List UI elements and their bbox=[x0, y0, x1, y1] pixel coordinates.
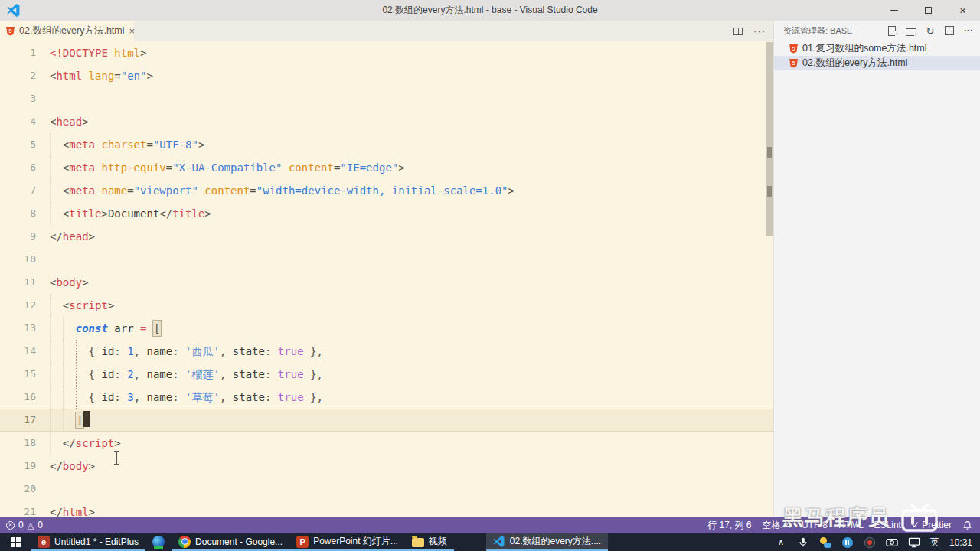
taskbar-powerpoint-button[interactable]: PPowerPoint 幻灯片... bbox=[289, 533, 405, 551]
token-var: arr bbox=[114, 322, 133, 334]
more-actions-icon[interactable] bbox=[963, 25, 974, 36]
token-pun: : bbox=[172, 368, 178, 380]
line-number[interactable]: 3 bbox=[0, 87, 41, 110]
status-indentation[interactable]: 空格: 4 bbox=[763, 519, 791, 532]
code-editor[interactable]: 1<!DOCTYPE html>2<html lang="en">34<head… bbox=[0, 41, 773, 517]
line-number[interactable]: 8 bbox=[0, 202, 41, 225]
token-pln bbox=[146, 322, 152, 334]
taskbar-vscode-button[interactable]: 02.数组的every方法.... bbox=[486, 533, 608, 551]
collapse-all-icon[interactable] bbox=[944, 25, 955, 36]
code-line[interactable]: 1<!DOCTYPE html> bbox=[0, 41, 773, 64]
code-line[interactable]: 5 <meta charset="UTF-8"> bbox=[0, 133, 773, 156]
errors-count[interactable]: 0 bbox=[18, 520, 24, 530]
indent-guide bbox=[63, 363, 64, 386]
code-line[interactable]: 2<html lang="en"> bbox=[0, 64, 773, 87]
status-cursor-position[interactable]: 行 17, 列 6 bbox=[707, 519, 751, 532]
tray-chevron-up-icon[interactable]: ∧ bbox=[775, 536, 787, 549]
line-number[interactable]: 5 bbox=[0, 133, 41, 156]
code-line[interactable]: 10 bbox=[0, 248, 773, 271]
tab-close-icon[interactable]: × bbox=[129, 25, 136, 37]
code-text: { id: 2, name: '榴莲', state: true }, bbox=[41, 363, 773, 386]
indent-guide bbox=[63, 409, 64, 432]
status-encoding[interactable]: UTF-8 bbox=[802, 520, 828, 530]
tray-microphone-icon[interactable] bbox=[797, 536, 809, 549]
tray-weather-icon[interactable] bbox=[819, 536, 831, 549]
new-folder-icon[interactable] bbox=[906, 25, 916, 36]
code-line[interactable]: 8 <title>Document</title> bbox=[0, 202, 773, 225]
new-file-icon[interactable] bbox=[887, 25, 897, 36]
split-editor-icon[interactable] bbox=[733, 28, 743, 35]
status-language-mode[interactable]: HTML bbox=[838, 520, 864, 530]
code-text: </script> bbox=[41, 432, 773, 455]
token-pln bbox=[50, 161, 63, 174]
line-number[interactable]: 13 bbox=[0, 317, 41, 340]
code-line[interactable]: 12 <script> bbox=[0, 294, 773, 317]
editor-more-actions-icon[interactable]: ··· bbox=[753, 26, 766, 36]
code-line[interactable]: 4<head> bbox=[0, 110, 773, 133]
line-number[interactable]: 1 bbox=[0, 41, 41, 64]
code-line[interactable]: 11<body> bbox=[0, 271, 773, 294]
line-number[interactable]: 19 bbox=[0, 455, 41, 478]
code-line[interactable]: 14 { id: 1, name: '西瓜', state: true }, bbox=[0, 340, 773, 363]
maximize-button[interactable] bbox=[911, 0, 946, 21]
indent-guide bbox=[50, 317, 51, 340]
scrollbar-thumb[interactable] bbox=[766, 42, 773, 236]
close-window-button[interactable]: × bbox=[946, 0, 980, 21]
line-number[interactable]: 10 bbox=[0, 248, 41, 271]
line-number[interactable]: 18 bbox=[0, 432, 41, 455]
code-line[interactable]: 7 <meta name="viewport" content="width=d… bbox=[0, 179, 773, 202]
notifications-bell-icon[interactable] bbox=[962, 520, 972, 530]
code-line[interactable]: 21</html> bbox=[0, 500, 773, 517]
taskbar-chrome-button[interactable]: Document - Google... bbox=[172, 533, 289, 551]
code-line[interactable]: 16 { id: 3, name: '草莓', state: true }, bbox=[0, 386, 773, 409]
file-item[interactable]: 01.复习数组的some方法.html bbox=[774, 41, 980, 56]
tab-active[interactable]: 02.数组的every方法.html × bbox=[0, 21, 134, 41]
tray-monitor-icon[interactable] bbox=[908, 536, 920, 549]
token-bool: true bbox=[278, 391, 304, 403]
line-number[interactable]: 20 bbox=[0, 478, 41, 500]
line-number[interactable]: 2 bbox=[0, 64, 41, 87]
warnings-count[interactable]: 0 bbox=[38, 520, 43, 530]
errors-icon[interactable]: × bbox=[6, 521, 15, 530]
line-number[interactable]: 6 bbox=[0, 156, 41, 179]
warnings-icon[interactable]: △ bbox=[28, 521, 34, 530]
minimize-button[interactable] bbox=[877, 0, 911, 21]
line-number[interactable]: 17 bbox=[0, 409, 41, 432]
line-number[interactable]: 21 bbox=[0, 500, 41, 517]
taskbar-folder-button[interactable]: 视频 bbox=[405, 533, 454, 551]
token-pln bbox=[179, 391, 185, 403]
token-key: state bbox=[233, 368, 265, 380]
refresh-icon[interactable] bbox=[925, 25, 936, 36]
tray-clock[interactable]: 10:31 bbox=[949, 537, 972, 548]
line-number[interactable]: 9 bbox=[0, 225, 41, 248]
code-line[interactable]: 3 bbox=[0, 87, 773, 110]
start-button[interactable] bbox=[0, 533, 31, 551]
explorer-header: 资源管理器: BASE bbox=[774, 21, 980, 41]
line-number[interactable]: 14 bbox=[0, 340, 41, 363]
code-line[interactable]: 15 { id: 2, name: '榴莲', state: true }, bbox=[0, 363, 773, 386]
editor-scrollbar[interactable] bbox=[766, 41, 773, 517]
taskbar-editplus-button[interactable]: eUntitled1 * - EditPlus bbox=[31, 533, 145, 551]
code-line[interactable]: 6 <meta http-equiv="X-UA-Compatible" con… bbox=[0, 156, 773, 179]
tray-record-icon[interactable] bbox=[864, 536, 876, 549]
line-number[interactable]: 12 bbox=[0, 294, 41, 317]
line-number[interactable]: 16 bbox=[0, 386, 41, 409]
tray-ime[interactable]: 英 bbox=[930, 536, 939, 549]
line-number[interactable]: 4 bbox=[0, 110, 41, 133]
tray-pause-icon[interactable] bbox=[841, 536, 854, 549]
code-line[interactable]: 13 const arr = [ bbox=[0, 317, 773, 340]
status-eslint[interactable]: ESLint bbox=[874, 520, 901, 530]
status-prettier[interactable]: ✓ Prettier bbox=[912, 520, 952, 530]
code-text: </body> bbox=[41, 455, 773, 478]
line-number[interactable]: 7 bbox=[0, 179, 41, 202]
line-number[interactable]: 15 bbox=[0, 363, 41, 386]
line-number[interactable]: 11 bbox=[0, 271, 41, 294]
taskbar-edge-button[interactable] bbox=[145, 533, 172, 551]
file-item[interactable]: 02.数组的every方法.html bbox=[774, 56, 980, 70]
token-key: id bbox=[101, 391, 114, 403]
code-line[interactable]: 17 ] bbox=[0, 409, 773, 432]
code-line[interactable]: 9</head> bbox=[0, 225, 773, 248]
tray-recorder-icon[interactable] bbox=[886, 536, 898, 549]
token-tag: html bbox=[63, 506, 89, 517]
code-line[interactable]: 20 bbox=[0, 478, 773, 500]
